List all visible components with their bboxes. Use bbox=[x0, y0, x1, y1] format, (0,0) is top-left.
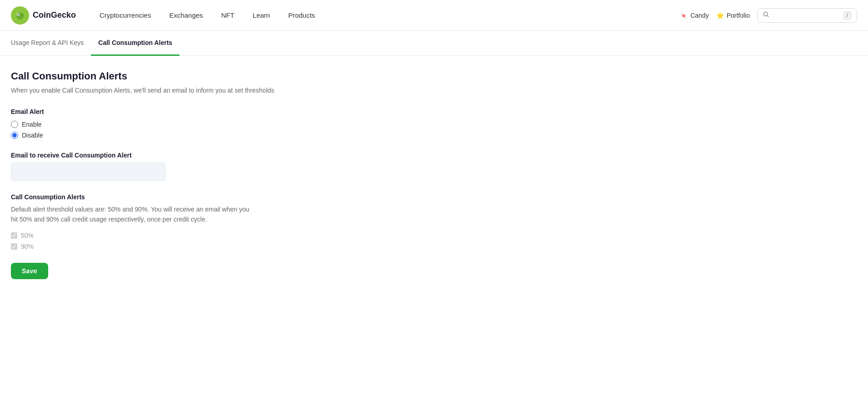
email-input-label: Email to receive Call Consumption Alert bbox=[11, 152, 307, 159]
radio-enable-option[interactable]: Enable bbox=[11, 121, 307, 128]
email-input[interactable] bbox=[11, 163, 165, 181]
tabs-bar: Usage Report & API Keys Call Consumption… bbox=[0, 31, 868, 56]
checkbox-50-option: 50% bbox=[11, 232, 307, 239]
candy-label: Candy bbox=[690, 12, 708, 19]
radio-disable-option[interactable]: Disable bbox=[11, 132, 307, 139]
search-icon bbox=[763, 11, 769, 19]
candy-button[interactable]: 🍬 Candy bbox=[680, 12, 708, 19]
email-alert-section: Email Alert Enable Disable bbox=[11, 108, 307, 139]
email-alert-label: Email Alert bbox=[11, 108, 307, 115]
search-bar[interactable]: / bbox=[757, 8, 857, 23]
checkbox-90-option: 90% bbox=[11, 243, 307, 250]
page-title: Call Consumption Alerts bbox=[11, 70, 307, 82]
nav-links: Cryptocurrencies Exchanges NFT Learn Pro… bbox=[90, 0, 680, 31]
alerts-info-section: Call Consumption Alerts Default alert th… bbox=[11, 193, 307, 250]
nav-right: 🍬 Candy ⭐ Portfolio / bbox=[680, 8, 857, 23]
tab-usage-report[interactable]: Usage Report & API Keys bbox=[11, 31, 91, 56]
email-section: Email to receive Call Consumption Alert bbox=[11, 152, 307, 181]
candy-icon: 🍬 bbox=[680, 12, 688, 19]
checkbox-50-input bbox=[11, 232, 17, 239]
tab-call-consumption[interactable]: Call Consumption Alerts bbox=[91, 31, 180, 56]
checkbox-50-label: 50% bbox=[21, 232, 34, 239]
navbar: CoinGecko Cryptocurrencies Exchanges NFT… bbox=[0, 0, 868, 31]
nav-exchanges[interactable]: Exchanges bbox=[160, 0, 212, 31]
search-input[interactable] bbox=[773, 12, 840, 19]
page-content: Call Consumption Alerts When you enable … bbox=[0, 56, 318, 294]
checkbox-group: 50% 90% bbox=[11, 232, 307, 250]
checkbox-90-label: 90% bbox=[21, 243, 34, 250]
svg-point-3 bbox=[18, 14, 19, 15]
svg-point-1 bbox=[16, 12, 24, 20]
save-button[interactable]: Save bbox=[11, 263, 48, 279]
svg-point-4 bbox=[763, 12, 768, 16]
radio-disable-label: Disable bbox=[22, 132, 43, 139]
svg-line-5 bbox=[767, 15, 768, 17]
brand-name: CoinGecko bbox=[33, 10, 76, 20]
portfolio-label: Portfolio bbox=[727, 12, 750, 19]
radio-group: Enable Disable bbox=[11, 121, 307, 139]
radio-disable-input[interactable] bbox=[11, 132, 18, 139]
nav-nft[interactable]: NFT bbox=[212, 0, 244, 31]
portfolio-icon: ⭐ bbox=[716, 12, 724, 19]
checkbox-90-input bbox=[11, 243, 17, 250]
logo-icon bbox=[11, 6, 29, 25]
portfolio-button[interactable]: ⭐ Portfolio bbox=[716, 12, 750, 19]
nav-products[interactable]: Products bbox=[279, 0, 324, 31]
nav-learn[interactable]: Learn bbox=[244, 0, 279, 31]
radio-enable-label: Enable bbox=[22, 121, 42, 128]
alerts-description: Default alert threshold values are: 50% … bbox=[11, 204, 256, 225]
logo[interactable]: CoinGecko bbox=[11, 6, 76, 25]
alerts-section-title: Call Consumption Alerts bbox=[11, 193, 307, 201]
page-subtitle: When you enable Call Consumption Alerts,… bbox=[11, 86, 307, 95]
nav-cryptocurrencies[interactable]: Cryptocurrencies bbox=[90, 0, 160, 31]
radio-enable-input[interactable] bbox=[11, 121, 18, 128]
search-shortcut: / bbox=[843, 11, 851, 20]
